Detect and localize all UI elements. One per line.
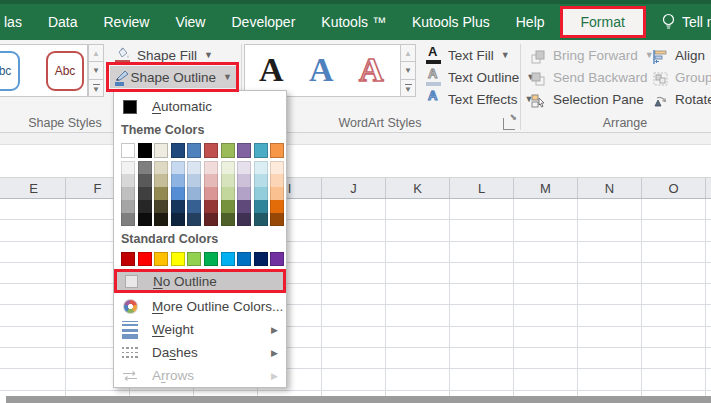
theme-variant-swatch[interactable] [270,213,284,226]
theme-variant-swatch[interactable] [254,174,268,187]
theme-variant-swatch[interactable] [237,213,251,226]
shape-fill-button[interactable]: Shape Fill▼ [110,44,217,66]
theme-color-swatch[interactable] [270,143,284,158]
tab-developer[interactable]: Developer [218,4,308,40]
theme-variant-swatch[interactable] [270,161,284,174]
column-header-O[interactable]: O [642,178,706,198]
standard-color-swatch[interactable] [204,252,218,266]
theme-variant-swatch[interactable] [187,200,201,213]
theme-variant-swatch[interactable] [270,200,284,213]
column-header-K[interactable]: K [386,178,450,198]
theme-variant-swatch[interactable] [254,161,268,174]
theme-variant-swatch[interactable] [237,187,251,200]
theme-variant-swatch[interactable] [204,200,218,213]
theme-variant-swatch[interactable] [204,174,218,187]
theme-variant-swatch[interactable] [138,200,152,213]
theme-variant-swatch[interactable] [154,161,168,174]
theme-color-swatch[interactable] [121,143,135,158]
gallery-scroll-up-icon[interactable]: ▲ [400,44,416,62]
gallery-more-icon[interactable]: ▼ [400,80,416,97]
column-header-J[interactable]: J [322,178,386,198]
tell-me-box[interactable]: Tell me what y [648,13,711,31]
theme-variant-swatch[interactable] [121,213,135,226]
standard-color-swatch[interactable] [254,252,268,266]
menu-item-arrows[interactable]: Arrows ▶ [114,364,286,387]
theme-color-swatch[interactable] [204,143,218,158]
shape-style-thumbnail-2[interactable]: Abc [46,51,84,91]
theme-variant-swatch[interactable] [138,187,152,200]
menu-item-dashes[interactable]: Dashes ▶ [114,341,286,364]
wordart-dialog-launcher-icon[interactable] [503,118,515,130]
standard-color-swatch[interactable] [187,252,201,266]
theme-variant-swatch[interactable] [221,187,235,200]
menu-item-no-outline[interactable]: No Outline [114,269,286,293]
theme-variant-swatch[interactable] [204,187,218,200]
wordart-style-red-outline[interactable]: A [359,53,384,87]
theme-variant-swatch[interactable] [171,174,185,187]
theme-color-swatch[interactable] [138,143,152,158]
selection-pane-button[interactable]: Selection Pane [526,88,648,110]
menu-item-automatic[interactable]: Automatic [114,95,286,118]
theme-color-swatch[interactable] [154,143,168,158]
gallery-scroll-down-icon[interactable]: ▼ [88,62,104,79]
tab-help[interactable]: Help [503,4,558,40]
theme-variant-swatch[interactable] [221,174,235,187]
send-backward-button[interactable]: Send Backward▼ [526,66,667,88]
theme-variant-swatch[interactable] [187,187,201,200]
theme-variant-swatch[interactable] [171,187,185,200]
wordart-style-black[interactable]: A [259,53,284,87]
theme-variant-swatch[interactable] [171,213,185,226]
theme-variant-swatch[interactable] [270,187,284,200]
theme-variant-swatch[interactable] [121,200,135,213]
standard-color-swatch[interactable] [221,252,235,266]
column-header-E[interactable]: E [2,178,66,198]
theme-color-swatch[interactable] [254,143,268,158]
menu-item-weight[interactable]: Weight ▶ [114,318,286,341]
theme-variant-swatch[interactable] [254,200,268,213]
theme-variant-swatch[interactable] [237,200,251,213]
standard-color-swatch[interactable] [171,252,185,266]
standard-color-swatch[interactable] [270,252,284,266]
theme-variant-swatch[interactable] [154,213,168,226]
gallery-scroll-down-icon[interactable]: ▼ [400,62,416,79]
standard-color-swatch[interactable] [138,252,152,266]
rotate-button[interactable]: Rotate▼ [648,88,711,110]
column-header-M[interactable]: M [514,178,578,198]
tab-format[interactable]: Format [560,6,646,38]
theme-variant-swatch[interactable] [187,161,201,174]
theme-variant-swatch[interactable] [187,174,201,187]
theme-variant-swatch[interactable] [254,213,268,226]
align-button[interactable]: Align▼ [648,44,711,66]
shape-outline-button[interactable]: Shape Outline▼ [110,66,236,88]
theme-variant-swatch[interactable] [221,200,235,213]
theme-variant-swatch[interactable] [221,161,235,174]
bring-forward-button[interactable]: Bring Forward▼ [526,44,658,66]
theme-variant-swatch[interactable] [237,174,251,187]
theme-variant-swatch[interactable] [254,187,268,200]
theme-variant-swatch[interactable] [121,174,135,187]
standard-color-swatch[interactable] [237,252,251,266]
theme-variant-swatch[interactable] [154,174,168,187]
theme-color-swatch[interactable] [171,143,185,158]
theme-variant-swatch[interactable] [154,200,168,213]
shape-style-thumbnail-1[interactable]: Abc [0,51,20,91]
text-fill-button[interactable]: A Text Fill▼ [421,44,514,66]
theme-color-swatch[interactable] [237,143,251,158]
theme-variant-swatch[interactable] [171,161,185,174]
theme-variant-swatch[interactable] [154,187,168,200]
tab-kutools[interactable]: Kutools ™ [308,4,399,40]
tab-view[interactable]: View [162,4,218,40]
gallery-more-icon[interactable]: ▼ [88,80,104,97]
horizontal-scrollbar[interactable] [6,396,711,403]
theme-color-swatch[interactable] [221,143,235,158]
menu-item-more-outline-colors[interactable]: More Outline Colors... [114,295,286,318]
tab-kutools-plus[interactable]: Kutools Plus [399,4,503,40]
theme-variant-swatch[interactable] [138,213,152,226]
theme-variant-swatch[interactable] [171,200,185,213]
theme-variant-swatch[interactable] [121,161,135,174]
theme-color-swatch[interactable] [187,143,201,158]
column-header-L[interactable]: L [450,178,514,198]
theme-variant-swatch[interactable] [187,213,201,226]
tab-review[interactable]: Review [90,4,162,40]
standard-color-swatch[interactable] [121,252,135,266]
